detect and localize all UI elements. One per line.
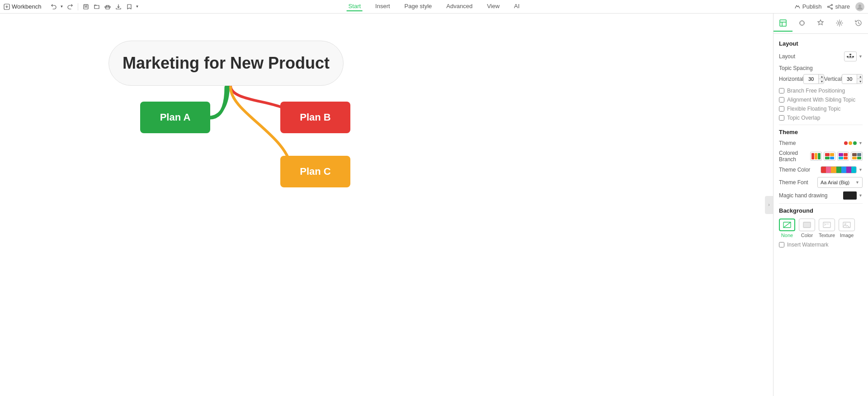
- vertical-spinner[interactable]: ▲ ▼: [842, 74, 863, 84]
- redo-button[interactable]: [65, 2, 75, 12]
- bg-image-icon: [839, 219, 855, 231]
- alignment-sibling-row: Alignment With Sibling Topic: [779, 97, 863, 103]
- panel-tab-style[interactable]: [793, 15, 811, 32]
- theme-label: Theme: [779, 140, 796, 146]
- bg-option-texture[interactable]: Texture: [819, 219, 835, 238]
- flexible-floating-checkbox[interactable]: [779, 106, 784, 112]
- more-button[interactable]: ▼: [135, 2, 140, 12]
- topic-overlap-label: Topic Overlap: [787, 115, 820, 121]
- divider-1: [779, 125, 863, 125]
- undo-button[interactable]: [49, 2, 59, 12]
- theme-color-control: ▼: [821, 166, 863, 173]
- vertical-decrement[interactable]: ▼: [857, 79, 863, 84]
- cb-option-1[interactable]: [810, 152, 822, 161]
- horizontal-spinner[interactable]: ▲ ▼: [803, 74, 824, 84]
- theme-dropdown-arrow[interactable]: ▼: [859, 141, 863, 145]
- cb-option-3[interactable]: [837, 152, 849, 161]
- cs-pink: [826, 167, 831, 173]
- tab-page-style[interactable]: Page style: [403, 2, 434, 11]
- panel-toolbar: [774, 14, 868, 34]
- magic-hand-arrow[interactable]: ▼: [859, 193, 863, 198]
- bg-option-image[interactable]: Image: [839, 219, 855, 238]
- alignment-sibling-checkbox[interactable]: [779, 97, 784, 102]
- cs-purple: [846, 167, 851, 173]
- print-button[interactable]: [103, 2, 113, 12]
- bg-texture-label: Texture: [819, 233, 835, 238]
- branch-free-label: Branch Free Positioning: [787, 88, 845, 94]
- mark-button[interactable]: [124, 2, 134, 12]
- main: › Marketing for New Product Plan A: [0, 14, 868, 396]
- plan-b-label: Plan B: [300, 112, 330, 123]
- topic-overlap-checkbox[interactable]: [779, 115, 784, 121]
- export-button[interactable]: [113, 2, 123, 12]
- share-button[interactable]: share: [827, 3, 850, 10]
- topic-plan-a[interactable]: Plan A: [140, 102, 210, 133]
- branch-free-row: Branch Free Positioning: [779, 88, 863, 94]
- tab-insert[interactable]: Insert: [373, 2, 392, 11]
- layout-dropdown-arrow[interactable]: ▼: [859, 54, 863, 59]
- canvas-area[interactable]: › Marketing for New Product Plan A: [0, 14, 773, 396]
- cs-cyan: [851, 167, 856, 173]
- topic-plan-b[interactable]: Plan B: [280, 102, 350, 133]
- svg-rect-17: [823, 222, 830, 228]
- bg-color-label: Color: [801, 233, 813, 238]
- app-logo[interactable]: Workbench: [4, 3, 42, 10]
- colored-branch-row: Colored Branch: [779, 150, 863, 163]
- central-topic[interactable]: Marketing for New Product: [108, 41, 344, 86]
- panel-content: Layout Layout ▼ Topic Spacing Horizontal: [774, 34, 868, 255]
- watermark-checkbox[interactable]: [779, 242, 784, 247]
- panel-tab-history[interactable]: [849, 15, 868, 32]
- bg-option-color[interactable]: Color: [799, 219, 815, 238]
- user-avatar[interactable]: [855, 2, 864, 11]
- horizontal-value[interactable]: [804, 76, 818, 82]
- tab-ai[interactable]: AI: [512, 2, 521, 11]
- theme-color-preview[interactable]: [844, 141, 857, 145]
- tab-advanced[interactable]: Advanced: [444, 2, 474, 11]
- alignment-sibling-label: Alignment With Sibling Topic: [787, 97, 855, 103]
- branch-free-checkbox[interactable]: [779, 88, 784, 93]
- publish-button[interactable]: Publish: [794, 3, 822, 10]
- svg-rect-13: [852, 56, 854, 57]
- svg-point-4: [828, 6, 829, 7]
- horizontal-increment[interactable]: ▲: [819, 74, 824, 79]
- svg-rect-7: [780, 20, 786, 26]
- tab-view[interactable]: View: [485, 2, 501, 11]
- menu-tabs: Start Insert Page style Advanced View AI: [347, 2, 522, 11]
- open-file-button[interactable]: [92, 2, 102, 12]
- bg-color-icon: [799, 219, 815, 231]
- cb-option-2[interactable]: [824, 152, 835, 161]
- tab-start[interactable]: Start: [347, 2, 363, 11]
- flexible-floating-row: Flexible Floating Topic: [779, 106, 863, 112]
- bg-option-none[interactable]: None: [779, 219, 795, 238]
- spacing-row: Horizontal ▲ ▼ Vertical ▲ ▼: [779, 74, 863, 84]
- undo-dropdown[interactable]: ▼: [60, 2, 64, 12]
- topic-plan-c[interactable]: Plan C: [280, 156, 350, 187]
- panel-tab-layout[interactable]: [774, 15, 793, 32]
- theme-font-value: Aa Arial (Big): [821, 180, 849, 185]
- panel-tab-pin[interactable]: [811, 15, 830, 32]
- layout-icon[interactable]: [844, 51, 857, 61]
- theme-color-strip[interactable]: [821, 166, 857, 173]
- right-panel: Layout Layout ▼ Topic Spacing Horizontal: [773, 14, 868, 396]
- cb-option-4[interactable]: [851, 152, 863, 161]
- svg-point-5: [831, 8, 833, 9]
- toolbar-icons: ▼ ▼: [49, 2, 140, 12]
- magic-hand-color[interactable]: [843, 191, 857, 200]
- cs-green: [836, 167, 841, 173]
- theme-color-arrow[interactable]: ▼: [859, 168, 863, 172]
- central-topic-text: Marketing for New Product: [123, 54, 330, 73]
- magic-hand-control: ▼: [843, 191, 863, 200]
- svg-rect-1: [84, 5, 88, 9]
- horizontal-decrement[interactable]: ▼: [819, 79, 824, 84]
- panel-tab-settings[interactable]: [830, 15, 849, 32]
- horizontal-label: Horizontal: [779, 76, 803, 82]
- cb-icon-3: [838, 153, 848, 160]
- vertical-increment[interactable]: ▲: [857, 74, 863, 79]
- collapse-panel-button[interactable]: ›: [765, 196, 773, 214]
- svg-rect-16: [803, 222, 811, 228]
- theme-font-dropdown[interactable]: Aa Arial (Big) ▼: [817, 177, 863, 188]
- svg-line-14: [783, 222, 791, 228]
- flexible-floating-label: Flexible Floating Topic: [787, 106, 841, 112]
- vertical-value[interactable]: [842, 76, 857, 82]
- save-file-button[interactable]: [81, 2, 91, 12]
